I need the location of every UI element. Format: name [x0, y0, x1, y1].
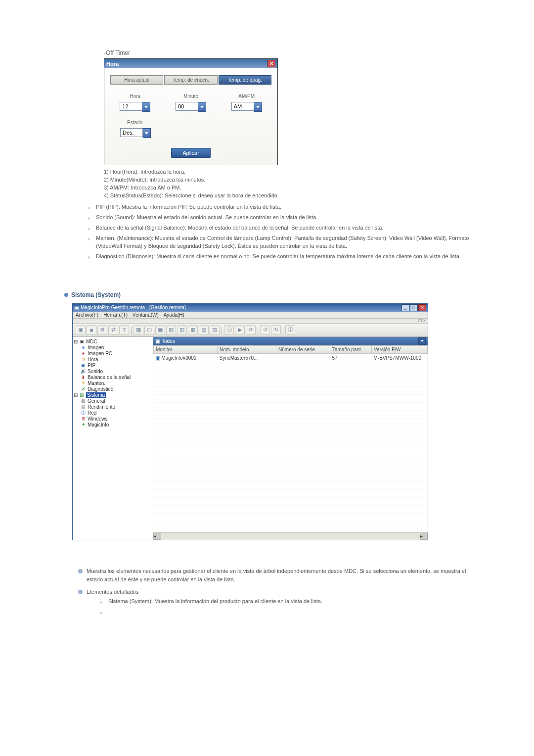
system-icon: ▤: [79, 392, 85, 398]
feature-bullets: ▹PIP (PIP): Muestra la información PIP. …: [88, 202, 470, 262]
menu-item[interactable]: Ayuda(H): [164, 312, 184, 318]
menu-item[interactable]: Herram.(T): [103, 312, 128, 318]
tree-node[interactable]: ◷Hora: [74, 357, 152, 363]
tree-node[interactable]: ▣PIP: [74, 363, 152, 369]
chevron-down-icon[interactable]: [418, 337, 426, 345]
maximize-icon[interactable]: □: [410, 304, 418, 311]
toolbar-icon[interactable]: ▶: [235, 325, 245, 335]
toolbar-icon[interactable]: ⟳: [246, 325, 256, 335]
mdi-close-icon[interactable]: ✕: [423, 319, 426, 323]
toolbar-icon[interactable]: ▧: [199, 325, 209, 335]
scrollbar-left-icon[interactable]: ◂: [153, 533, 161, 540]
ampm-input[interactable]: [231, 102, 254, 111]
col-model[interactable]: Nom. modelo: [218, 345, 276, 353]
toolbar-icon[interactable]: ▣: [76, 325, 86, 335]
chevron-down-icon[interactable]: [143, 128, 151, 138]
minute-select[interactable]: [176, 102, 206, 112]
hour-input[interactable]: [120, 102, 142, 111]
col-size[interactable]: Tamaño pant.: [330, 345, 372, 353]
tree-node[interactable]: ◈Imagen PC: [74, 351, 152, 357]
menu-item[interactable]: Ventana(W): [133, 312, 159, 318]
tree-node[interactable]: ✦MagicInfo: [74, 422, 152, 428]
table-row[interactable]: ▣ MagicInfo#0002 SyncMaster570... 57 M-B…: [154, 353, 428, 363]
tree-node[interactable]: ⓘRed: [74, 410, 152, 416]
maintenance-icon: ✳: [81, 380, 86, 386]
tree-node[interactable]: ✳Manten.: [74, 380, 152, 386]
toolbar-icon[interactable]: ▣: [155, 325, 165, 335]
tree-node[interactable]: 🔊Sonido: [74, 369, 152, 375]
horizontal-scrollbar[interactable]: ◂ ▸: [153, 532, 428, 540]
toolbar-icon[interactable]: ⓘ: [285, 325, 295, 335]
tree-node[interactable]: ▦General: [74, 398, 152, 404]
close-icon[interactable]: ✕: [267, 60, 275, 67]
toolbar-separator: [258, 326, 258, 334]
toolbar-icon[interactable]: ↺: [260, 325, 270, 335]
general-icon: ▦: [81, 398, 86, 404]
state-input[interactable]: [120, 128, 143, 137]
tab-temp-apag[interactable]: Temp. de apag.: [219, 75, 271, 85]
chevron-down-icon[interactable]: [198, 102, 206, 112]
mdi-restore-icon[interactable]: ❐: [418, 319, 422, 323]
toolbar-icon[interactable]: ⇄: [108, 325, 118, 335]
state-select[interactable]: [120, 128, 151, 138]
toolbar-icon[interactable]: T: [119, 325, 129, 335]
toolbar-icon[interactable]: ▤: [166, 325, 176, 335]
tree-node-sistema[interactable]: ⊟ ▤Sistema: [74, 392, 152, 398]
minimize-icon[interactable]: _: [401, 304, 409, 311]
col-fw[interactable]: Versión F/W: [372, 345, 428, 353]
tree-node[interactable]: ◈Imagen: [74, 345, 152, 351]
data-table[interactable]: Monitor Nom. modelo Número de serie Tama…: [153, 345, 428, 363]
apply-button[interactable]: Aplicar: [171, 148, 211, 158]
monitor-icon: ▣: [155, 338, 160, 344]
tree-node-mdc[interactable]: ⊟ ▣MDC: [74, 339, 152, 345]
col-monitor[interactable]: Monitor: [154, 345, 218, 353]
image-pc-icon: ◈: [81, 351, 86, 356]
close-icon[interactable]: ✕: [418, 304, 426, 311]
scrollbar-right-icon[interactable]: ▸: [420, 533, 428, 540]
chevron-down-icon[interactable]: [142, 102, 150, 112]
menu-item[interactable]: Archivo(F): [76, 312, 98, 318]
ampm-select[interactable]: [231, 102, 262, 112]
tree-node[interactable]: ✔Diagnóstico: [74, 386, 152, 392]
toolbar-icon[interactable]: ↻: [271, 325, 281, 335]
dot-icon: [78, 569, 83, 573]
tab-temp-encen[interactable]: Temp. de encen.: [164, 75, 217, 85]
bullet-icon: ▹: [100, 609, 108, 616]
grid-panel: ▣ Todos Monitor Nom. modelo Número de se…: [153, 337, 428, 540]
hour-label: Hora: [130, 94, 140, 99]
mdi-icons: _❐✕: [73, 319, 428, 324]
toolbar-icon[interactable]: ▨: [210, 325, 220, 335]
toolbar-icon[interactable]: ▦: [134, 325, 143, 335]
toolbar-icon[interactable]: ▦: [188, 325, 198, 335]
network-icon: ⓘ: [81, 410, 86, 416]
bullet-text: Diagnóstico (Diagnosis): Muestra si cada…: [96, 252, 470, 261]
note-4: 4) StatusStatus(Estado): Seleccione si d…: [104, 192, 470, 200]
grid-empty-area: [153, 363, 428, 532]
bullet-icon: ▹: [88, 235, 96, 242]
toolbar-icon[interactable]: ⚙: [97, 325, 107, 335]
toolbar-separator: [131, 326, 132, 334]
tab-hora-actual[interactable]: Hora actual: [110, 75, 163, 85]
minute-input[interactable]: [176, 102, 198, 111]
bullet-icon: ▹: [88, 204, 96, 211]
toolbar-icon[interactable]: ⚪: [224, 325, 234, 335]
dot-icon: [64, 293, 68, 297]
bullet-text: Sonido (Sound): Muestra el estado del so…: [96, 213, 470, 222]
toolbar-icon[interactable]: ▥: [177, 325, 187, 335]
image-icon: ◈: [81, 345, 86, 350]
tree-view[interactable]: ⊟ ▣MDC ◈Imagen ◈Imagen PC ◷Hora ▣PIP 🔊So…: [73, 337, 153, 540]
chevron-down-icon[interactable]: [254, 102, 262, 112]
mdi-min-icon[interactable]: _: [415, 319, 417, 323]
hour-select[interactable]: [120, 102, 150, 112]
toolbar: ▣ ■ ⚙ ⇄ T ▦ ▢ ▣ ▤ ▥ ▦ ▧ ▨ ⚪ ▶ ⟳ ↺ ↻ ⓘ: [73, 324, 428, 337]
clock-icon: ◷: [81, 357, 86, 362]
pip-icon: ▣: [81, 363, 86, 368]
note-1: 1) Hour(Hora): Introduzca la hora.: [104, 168, 470, 176]
magicinfo-icon: ✦: [81, 422, 86, 427]
toolbar-icon[interactable]: ▢: [144, 325, 154, 335]
toolbar-icon[interactable]: ■: [87, 325, 96, 335]
sound-icon: 🔊: [81, 369, 86, 374]
tree-node[interactable]: ▮Balance de la señal: [74, 375, 152, 380]
tree-node[interactable]: ⊞Windows: [74, 416, 152, 422]
col-serial[interactable]: Número de serie: [276, 345, 330, 353]
